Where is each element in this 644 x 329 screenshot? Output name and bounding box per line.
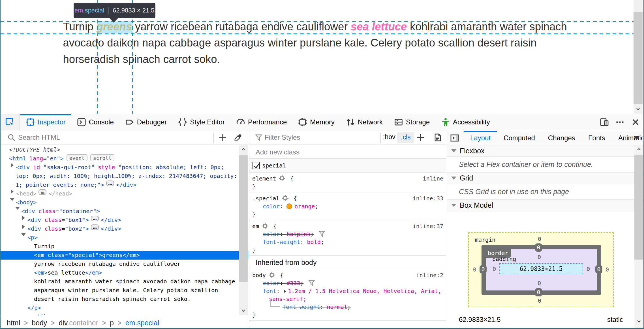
devtools-tab-accessibility[interactable]: Accessibility [435, 114, 496, 130]
markup-node-row[interactable]: desert raisin horseradish spinach carrot… [1, 295, 248, 303]
toggle-class-panel-button[interactable]: .cls [397, 132, 414, 143]
page-scrollbar-thumb[interactable] [634, 12, 643, 104]
rule-source-link[interactable]: inline [423, 175, 443, 182]
breadcrumb-item-body[interactable]: body [32, 319, 47, 327]
margin-right-value[interactable]: 0 [604, 266, 611, 273]
markup-node-row[interactable]: top: 0px; width: 100%; height…100%; z-in… [1, 172, 248, 181]
css-rule-line[interactable]: color: orange; [249, 202, 446, 210]
markup-node-row[interactable]: <div id="saka-gui-root" style="position:… [1, 163, 248, 172]
event-badge[interactable]: event [67, 154, 87, 161]
markup-node-row[interactable]: <div class="container"> [1, 207, 248, 216]
selector-highlighter-icon[interactable] [282, 195, 288, 201]
breadcrumb-item-em-special[interactable]: em.special [125, 319, 159, 327]
rule-source-link[interactable]: inline:37 [413, 222, 443, 230]
add-new-class-input[interactable]: Add new class [249, 145, 446, 159]
css-rule-line[interactable]: element {inline [249, 175, 446, 182]
sidebar-tab-computed[interactable]: Computed [497, 131, 542, 145]
add-rule-icon[interactable] [416, 133, 425, 142]
scroll-down-icon[interactable] [241, 309, 245, 313]
padding-right-value[interactable]: 0 [584, 266, 592, 272]
devtools-tab-network[interactable]: Network [340, 114, 388, 130]
layout-scrollbar-thumb[interactable] [634, 155, 643, 260]
boxmodel-section-header[interactable]: Box Model [447, 200, 643, 211]
devtools-tab-memory[interactable]: Memory [292, 114, 340, 130]
markup-node-row[interactable]: <html lang="en">eventscroll [1, 154, 248, 163]
flexbox-section-header[interactable]: Flexbox [447, 145, 643, 157]
pick-element-button[interactable] [1, 114, 20, 130]
markup-node-row[interactable]: <p> [1, 233, 248, 242]
markup-node-row[interactable]: <div class="box2">…</div> [1, 224, 248, 233]
rule-source-link[interactable]: inline:2 [416, 271, 443, 279]
rule-source-link[interactable]: inline:33 [413, 194, 443, 202]
scroll-up-icon[interactable] [241, 147, 245, 151]
css-rule-line[interactable]: .special {inline:33 [249, 194, 446, 202]
css-rule-line[interactable]: font-weight: bold; [249, 238, 446, 246]
ellipsis-expander[interactable]: … [91, 224, 99, 230]
twisty-collapsed-icon[interactable] [11, 189, 14, 194]
layout-scrollbar[interactable] [634, 145, 643, 329]
markup-node-row[interactable]: <head>…</head> [1, 189, 248, 198]
toggle-pseudo-class-button[interactable]: :hov [383, 133, 395, 141]
markup-scrollbar-thumb[interactable] [239, 155, 248, 282]
all-tabs-dropdown-icon[interactable] [634, 136, 639, 140]
boxmodel-margin-box[interactable]: margin 0 0 0 0 border padding 0 0 0 [468, 232, 614, 307]
devtools-tab-style-editor[interactable]: Style Editor [172, 114, 230, 130]
padding-top-value[interactable]: 0 [535, 254, 544, 260]
twisty-expanded-icon[interactable] [10, 198, 14, 201]
scroll-down-icon[interactable] [637, 319, 641, 323]
markup-node-row[interactable]: 1; pointer-events: none;">…</div> [1, 181, 248, 189]
border-left-value[interactable]: 0 [480, 265, 487, 273]
markup-node-row[interactable]: <body> [1, 198, 248, 207]
padding-bottom-value[interactable]: 0 [535, 280, 544, 286]
markup-node-row[interactable]: <!DOCTYPE html> [1, 145, 248, 154]
add-node-icon[interactable] [219, 133, 227, 142]
class-toggle-row[interactable]: special [249, 159, 446, 173]
event-badge[interactable]: scroll [90, 154, 114, 161]
markup-scrollbar[interactable] [239, 145, 248, 315]
grid-section-header[interactable]: Grid [447, 173, 643, 184]
ellipsis-expander[interactable]: … [91, 216, 99, 221]
markup-node-row[interactable]: <div class="box1">…</div> [1, 216, 248, 224]
css-rule-line[interactable]: color: #333; [249, 279, 446, 287]
markup-node-row[interactable]: kohlrabi amaranth water spinach avocado … [1, 277, 248, 286]
css-rule-line[interactable]: em {inline:37 [249, 222, 446, 230]
markup-node-row[interactable]: <em>sea lettuce</em> [1, 268, 248, 277]
css-rule-line[interactable]: } [249, 246, 446, 254]
selector-highlighter-icon[interactable] [262, 223, 268, 229]
breadcrumb-item-html[interactable]: html [7, 319, 20, 327]
class-checkbox[interactable] [253, 162, 260, 169]
sidebar-tab-layout[interactable]: Layout [464, 131, 497, 145]
twisty-collapsed-icon[interactable] [11, 163, 14, 167]
page-scrollbar[interactable] [634, 0, 643, 114]
css-rule-line[interactable]: } [249, 210, 446, 218]
border-top-value[interactable]: 0 [535, 243, 542, 252]
selector-highlighter-icon[interactable] [279, 175, 285, 181]
markup-node-row[interactable]: <em class="special">greens</em> [1, 251, 248, 260]
rules-list[interactable]: Add new class special element {inline}.s… [249, 145, 446, 329]
devtools-tab-console[interactable]: Console [71, 114, 119, 130]
markup-node-row[interactable]: </p> [1, 303, 248, 312]
margin-left-value[interactable]: 0 [471, 266, 478, 273]
responsive-design-mode-button[interactable] [598, 115, 611, 129]
meatball-menu-button[interactable] [613, 115, 627, 129]
breadcrumb-item-p[interactable]: p [110, 319, 114, 327]
css-rule-line[interactable]: color: hotpink; [249, 230, 446, 238]
css-rule-line[interactable]: font-weight: normal; [249, 303, 446, 311]
devtools-tab-inspector[interactable]: Inspector [20, 114, 71, 130]
css-rule-line[interactable]: body {inline:2 [249, 271, 446, 279]
sidebar-tab-changes[interactable]: Changes [542, 131, 582, 145]
padding-left-value[interactable]: 0 [490, 266, 498, 272]
markup-node-row[interactable]: </div> [1, 312, 248, 315]
devtools-tab-performance[interactable]: Performance [230, 114, 292, 130]
twisty-expanded-icon[interactable] [15, 207, 20, 210]
close-devtools-button[interactable] [629, 115, 642, 129]
border-right-value[interactable]: 0 [595, 265, 602, 273]
sidebar-tab-fonts[interactable]: Fonts [582, 131, 612, 145]
eyedropper-icon[interactable] [234, 133, 242, 142]
twisty-collapsed-icon[interactable] [22, 224, 25, 229]
markup-tree[interactable]: <!DOCTYPE html><html lang="en">eventscro… [1, 145, 248, 315]
css-rule-line[interactable]: } [249, 182, 446, 190]
boxmodel-content-box[interactable]: 62.9833×21.5 [499, 263, 583, 274]
color-swatch[interactable] [286, 203, 292, 209]
devtools-tab-debugger[interactable]: Debugger [119, 114, 172, 130]
